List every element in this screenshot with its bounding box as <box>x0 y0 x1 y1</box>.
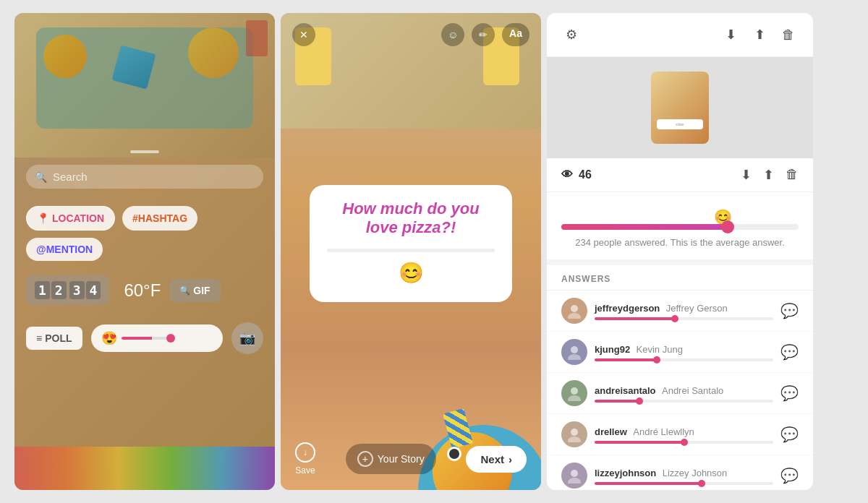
answer-slider-fill <box>595 441 684 444</box>
answer-user-info: andreisantalo Andrei Santalo <box>595 384 773 403</box>
camera-button[interactable]: 📷 <box>231 322 263 354</box>
answer-name-row: jeffreydgerson Jeffrey Gerson <box>595 301 773 314</box>
sticker-bottom-row: ≡ POLL 😍 📷 <box>26 322 263 354</box>
answer-name-row: lizzeyjohnson Lizzey Johnson <box>595 466 773 479</box>
save-download-icon: ↓ <box>295 442 315 463</box>
sticker-utility-row: 1 2 3 4 60°F 🔍 GIF <box>26 275 263 305</box>
header-actions: ⬇ ⬆ 🗑 <box>720 25 799 45</box>
sticker-menu-panel: 🔍 Search 📍 LOCATION #HASHTAG @MENTION 1 <box>14 13 275 490</box>
search-icon: 🔍 <box>35 171 47 183</box>
slider-track[interactable] <box>327 249 495 252</box>
answer-item: jeffreydgerson Jeffrey Gerson 💬 <box>547 291 813 332</box>
delete-button[interactable]: 🗑 <box>778 25 799 45</box>
time-d2: 2 <box>51 281 67 299</box>
reply-icon[interactable]: 💬 <box>780 467 799 484</box>
avatar <box>561 421 587 447</box>
avatar <box>561 339 587 365</box>
slider-question-sticker[interactable]: How much do you love pizza?! 😊 <box>310 185 512 303</box>
answer-user-info: kjung92 Kevin Jung <box>595 343 773 361</box>
mention-label: @MENTION <box>36 244 93 255</box>
slider-emoji-icon: 😍 <box>101 330 117 346</box>
answer-name-row: kjung92 Kevin Jung <box>595 343 773 356</box>
story-thumb-text: slider <box>661 122 699 126</box>
sticker-tag-row: 📍 LOCATION #HASHTAG @MENTION <box>26 206 263 261</box>
result-track-container: 😊 <box>561 224 799 230</box>
download-media-button[interactable]: ⬇ <box>741 167 752 183</box>
answer-displayname: Jeffrey Gerson <box>666 303 728 314</box>
story-bottom-bar: ↓ Save + Your Story Next › <box>281 431 541 490</box>
slider-bar-area: 😊 <box>327 249 495 285</box>
reply-icon[interactable]: 💬 <box>780 426 799 443</box>
answer-slider-track <box>595 482 773 485</box>
share-media-button[interactable]: ⬆ <box>763 167 774 183</box>
location-sticker[interactable]: 📍 LOCATION <box>26 206 115 231</box>
avatar <box>561 298 587 324</box>
top-spacer <box>26 27 263 150</box>
answer-slider-track <box>595 317 773 320</box>
slider-question-text: How much do you love pizza?! <box>327 199 495 238</box>
answer-name-row: drellew André Llewllyn <box>595 425 773 438</box>
answer-slider-fill <box>595 317 675 320</box>
answers-header-label: ANSWERS <box>547 265 813 291</box>
reply-icon[interactable]: 💬 <box>780 384 799 402</box>
avatar <box>561 463 587 489</box>
avatar <box>561 380 587 406</box>
answer-slider-fill <box>595 482 702 485</box>
story-main-area: How much do you love pizza?! 😊 <box>281 56 541 431</box>
answer-username: jeffreydgerson <box>595 303 660 314</box>
hashtag-label: #HASHTAG <box>132 212 187 224</box>
eye-icon: 👁 <box>561 168 573 181</box>
draw-button[interactable]: ✏ <box>472 23 495 46</box>
delete-media-button[interactable]: 🗑 <box>786 167 799 183</box>
close-button[interactable]: ✕ <box>292 23 315 46</box>
answer-slider-thumb <box>653 356 660 364</box>
text-button[interactable]: Aa <box>502 23 529 46</box>
answer-displayname: Kevin Jung <box>637 344 683 355</box>
story-editor-panel: ✕ ☺ ✏ Aa How much do you love pizza?! <box>281 13 541 490</box>
face-sticker-button[interactable]: ☺ <box>441 23 464 46</box>
download-button[interactable]: ⬇ <box>720 25 741 45</box>
hashtag-sticker[interactable]: #HASHTAG <box>122 206 197 231</box>
reply-icon[interactable]: 💬 <box>780 343 799 361</box>
answer-slider-thumb <box>636 397 643 405</box>
reply-icon[interactable]: 💬 <box>780 302 799 319</box>
gif-sticker[interactable]: 🔍 GIF <box>169 279 220 302</box>
answer-slider-track <box>595 400 773 403</box>
aa-label: Aa <box>509 27 522 39</box>
views-row: 👁 46 ⬇ ⬆ 🗑 <box>547 158 813 192</box>
search-bar[interactable]: 🔍 Search <box>26 165 263 189</box>
answer-slider-thumb <box>671 315 678 322</box>
poll-sticker[interactable]: ≡ POLL <box>26 327 82 350</box>
answer-slider-fill <box>595 358 657 361</box>
search-input[interactable]: Search <box>53 171 88 183</box>
next-button[interactable]: Next › <box>466 446 527 473</box>
media-action-icons: ⬇ ⬆ 🗑 <box>741 167 799 183</box>
average-slider-result: 😊 <box>561 204 799 230</box>
settings-button[interactable]: ⚙ <box>561 25 582 45</box>
location-pin-icon: 📍 <box>37 212 49 224</box>
plus-icon: + <box>357 451 373 467</box>
svg-point-0 <box>571 305 578 312</box>
story-thumb-slider-sticker: slider <box>657 119 703 129</box>
your-story-label: Your Story <box>378 453 425 465</box>
drag-handle[interactable] <box>130 150 159 153</box>
answer-item: drellew André Llewllyn 💬 <box>547 414 813 455</box>
slider-preview-track <box>122 337 172 340</box>
share-button[interactable]: ⬆ <box>749 25 770 45</box>
temperature-sticker[interactable]: 60°F <box>124 280 161 301</box>
answer-username: andreisantalo <box>595 385 656 396</box>
analytics-panel: ⚙ ⬇ ⬆ 🗑 slider <box>547 13 813 490</box>
share-icon: ⬆ <box>754 27 765 43</box>
views-count: 👁 46 <box>561 168 592 181</box>
your-story-button[interactable]: + Your Story <box>346 444 436 474</box>
slider-sticker-btn[interactable]: 😍 <box>91 324 223 352</box>
save-button[interactable]: ↓ Save <box>295 442 315 476</box>
story-thumbnail[interactable]: slider <box>651 72 709 144</box>
time-sticker[interactable]: 1 2 3 4 <box>26 275 109 305</box>
answer-slider-track <box>595 441 773 444</box>
svg-point-5 <box>568 395 581 401</box>
svg-point-9 <box>568 478 581 483</box>
mention-sticker[interactable]: @MENTION <box>26 238 103 261</box>
analytics-header: ⚙ ⬇ ⬆ 🗑 <box>547 13 813 57</box>
slider-preview-thumb <box>166 334 175 343</box>
